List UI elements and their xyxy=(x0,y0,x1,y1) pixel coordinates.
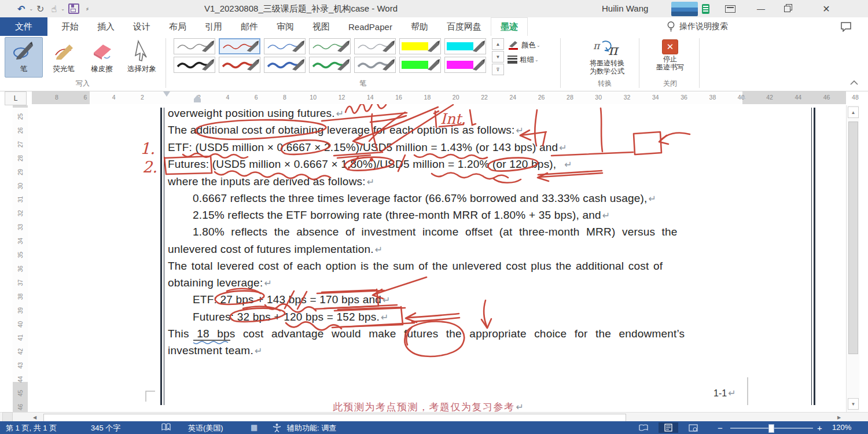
horizontal-scrollbar[interactable]: ◀ ▶ xyxy=(0,412,868,422)
tab-review[interactable]: 审阅 xyxy=(267,17,303,36)
pen-style-highlighter-12[interactable] xyxy=(399,57,441,73)
tab-mailings[interactable]: 邮件 xyxy=(231,17,267,36)
doc-line[interactable]: Futures: 32 bps + 120 bps = 152 bps.↵ xyxy=(193,311,389,323)
select-objects-button[interactable]: 选择对象 xyxy=(122,37,162,78)
stop-inking-button[interactable]: ✕ 停止 墨迹书写 xyxy=(647,37,693,78)
collapse-ribbon-icon[interactable] xyxy=(849,80,859,86)
macro-icon[interactable]: ▦ xyxy=(251,423,258,432)
page-indicator[interactable]: 第 1 页, 共 1 页 xyxy=(6,423,57,433)
document-page[interactable]: overweight position using futures.↵ The … xyxy=(0,104,846,412)
vertical-ruler[interactable]: 2526272829303132333435363738394041424344… xyxy=(13,105,28,412)
tab-baidu-pan[interactable]: 百度网盘 xyxy=(437,17,491,36)
tab-help[interactable]: 帮助 xyxy=(402,17,437,36)
right-indent-marker[interactable] xyxy=(739,95,746,99)
web-layout-icon[interactable] xyxy=(683,422,703,433)
pen-style-pen-9[interactable] xyxy=(264,57,306,73)
cursor-icon xyxy=(129,38,155,63)
language-indicator[interactable]: 英语(美国) xyxy=(188,423,223,433)
tab-view[interactable]: 视图 xyxy=(303,17,339,36)
read-mode-icon[interactable] xyxy=(634,422,653,433)
v-ruler-number: 41 xyxy=(17,332,24,344)
pen-style-pen-7[interactable] xyxy=(174,57,215,73)
zoom-out-button[interactable]: − xyxy=(718,423,723,433)
pen-style-pen-0[interactable] xyxy=(174,38,215,54)
pen-button[interactable]: 笔 xyxy=(5,37,43,78)
doc-line[interactable]: Futures: (USD5 million × 0.6667 × 1.80%)… xyxy=(168,158,572,171)
pen-gallery xyxy=(174,38,486,73)
zoom-slider-thumb[interactable] xyxy=(768,424,774,433)
pen-icon xyxy=(11,38,36,63)
pen-style-pen-11[interactable] xyxy=(354,57,396,73)
pen-style-highlighter-6[interactable] xyxy=(444,38,486,54)
comments-icon[interactable] xyxy=(840,21,852,32)
zoom-level[interactable]: 120% xyxy=(832,423,851,432)
tab-layout[interactable]: 布局 xyxy=(160,17,196,36)
doc-line[interactable]: where the inputs are derived as follows:… xyxy=(168,175,374,188)
scroll-up-icon[interactable]: ▲ xyxy=(848,106,859,118)
accessibility-icon[interactable] xyxy=(272,423,282,432)
pen-style-pen-1[interactable] xyxy=(219,38,260,54)
tab-references[interactable]: 引用 xyxy=(196,17,231,36)
zoom-in-button[interactable]: + xyxy=(817,423,822,433)
doc-line[interactable]: 1.80% reflects the absence of investment… xyxy=(193,226,678,238)
pen-style-pen-10[interactable] xyxy=(309,57,351,73)
vertical-scrollbar-thumb[interactable] xyxy=(848,122,858,354)
proofing-icon[interactable] xyxy=(161,423,171,432)
tab-ink[interactable]: 墨迹 xyxy=(491,17,528,36)
pen-style-pen-3[interactable] xyxy=(309,38,351,54)
hanging-indent-marker[interactable] xyxy=(194,95,201,99)
tab-home[interactable]: 开始 xyxy=(52,17,88,36)
scroll-left-icon[interactable]: ◀ xyxy=(30,413,39,421)
ink-thickness-button[interactable]: 粗细⌄ xyxy=(507,54,539,65)
doc-line[interactable]: ETF: 27 bps + 143 bps = 170 bps and↵ xyxy=(193,293,391,306)
horizontal-ruler[interactable]: 8642246810121416182022242628303234363840… xyxy=(32,91,846,104)
doc-line[interactable]: ETF: (USD5 million × 0.6667 × 2.15%)/USD… xyxy=(168,141,567,154)
pen-style-pen-4[interactable] xyxy=(354,38,396,54)
tab-readpaper[interactable]: ReadPaper xyxy=(339,17,402,36)
gallery-down-icon[interactable]: ▼ xyxy=(492,51,504,62)
h-ruler-number: 26 xyxy=(538,94,545,101)
doc-line[interactable]: The additional cost of obtaining leverag… xyxy=(168,124,524,137)
eraser-button[interactable]: 橡皮擦 xyxy=(83,37,120,78)
gallery-up-icon[interactable]: ▲ xyxy=(492,38,504,50)
doc-line[interactable]: unlevered cost of futures implementation… xyxy=(168,243,382,256)
pen-style-pen-2[interactable] xyxy=(264,38,306,54)
user-name[interactable]: Huilin Wang xyxy=(602,3,648,13)
first-line-indent-marker[interactable] xyxy=(163,91,170,97)
ink-color-button[interactable]: 颜色⌄ xyxy=(507,41,540,50)
scroll-down-icon[interactable]: ▼ xyxy=(848,398,859,410)
scroll-right-icon[interactable]: ▶ xyxy=(834,413,844,421)
doc-line[interactable]: This 18 bps cost advantage would make fu… xyxy=(168,328,685,340)
pen-style-highlighter-13[interactable] xyxy=(444,57,486,73)
highlighter-label: 荧光笔 xyxy=(53,64,75,74)
ink-to-math-label-2: 为数学公式 xyxy=(590,67,624,75)
avatar[interactable] xyxy=(671,2,698,16)
doc-line[interactable]: 0.6667 reflects the three times leverage… xyxy=(193,192,656,205)
tab-file[interactable]: 文件 xyxy=(0,17,47,36)
accessibility-status[interactable]: 辅助功能: 调查 xyxy=(287,423,336,433)
left-indent-marker[interactable] xyxy=(194,99,201,102)
tell-me-search[interactable]: 操作说明搜索 xyxy=(667,17,728,36)
horizontal-scrollbar-thumb[interactable] xyxy=(43,414,626,422)
doc-line[interactable]: investment team.↵ xyxy=(168,344,262,357)
highlighter-button[interactable]: 荧光笔 xyxy=(45,37,82,78)
minimize-button[interactable]: — xyxy=(749,0,773,17)
doc-line[interactable]: The total levered cost of each option is… xyxy=(168,260,663,273)
word-count[interactable]: 345 个字 xyxy=(91,423,120,433)
ink-to-math-button[interactable]: π π 将墨迹转换 为数学公式 xyxy=(579,37,635,78)
close-button[interactable]: ✕ xyxy=(815,0,838,17)
tab-design[interactable]: 设计 xyxy=(124,17,160,36)
pen-style-highlighter-5[interactable] xyxy=(399,38,441,54)
pen-style-pen-8[interactable] xyxy=(219,57,260,73)
tab-stop-selector[interactable]: L xyxy=(5,91,27,105)
tab-insert[interactable]: 插入 xyxy=(88,17,124,36)
v-ruler-number: 32 xyxy=(17,208,24,219)
print-layout-icon[interactable] xyxy=(659,422,678,433)
doc-line[interactable]: overweight position using futures.↵ xyxy=(168,107,344,120)
doc-line[interactable]: obtaining leverage:↵ xyxy=(168,277,272,289)
vertical-scrollbar[interactable]: ▲ ▼ xyxy=(846,105,859,412)
restore-button[interactable] xyxy=(775,0,799,17)
doc-line[interactable]: 2.15% reflects the ETF borrowing rate (t… xyxy=(193,209,610,222)
ribbon-display-options-button[interactable] xyxy=(719,0,742,17)
gallery-more-icon[interactable]: ⊽ xyxy=(492,64,504,75)
